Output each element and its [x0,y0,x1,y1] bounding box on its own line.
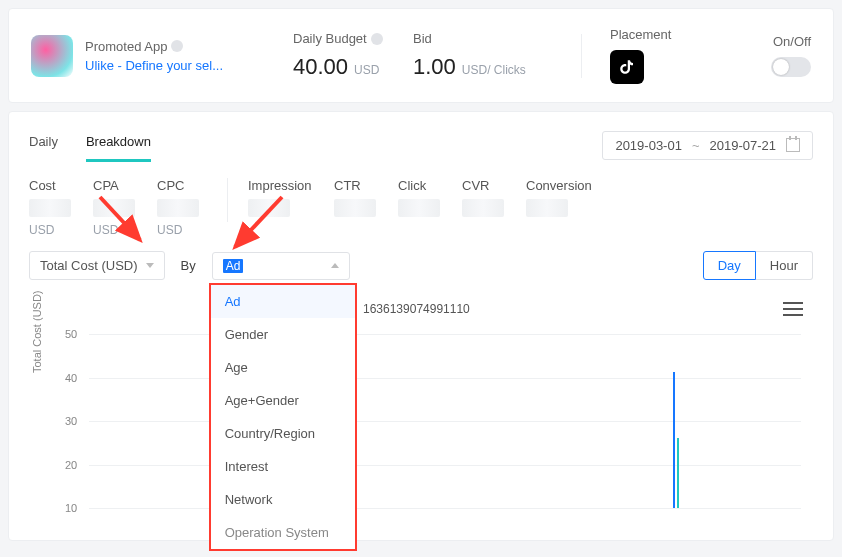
metric-conversion[interactable]: Conversion [526,178,598,217]
breakdown-option-network[interactable]: Network [211,483,355,516]
metric-select[interactable]: Total Cost (USD) [29,251,165,280]
chevron-up-icon [331,263,339,268]
breakdown-option-os[interactable]: Operation System [211,516,355,549]
bid-unit: USD/ Clicks [462,63,526,77]
date-to: 2019-07-21 [710,138,777,153]
granularity-day[interactable]: Day [703,251,756,280]
legend-series-label: 1636139074991110 [363,302,470,316]
placement-label: Placement [610,27,700,42]
tab-daily[interactable]: Daily [29,128,58,162]
placement-block: Placement [610,27,700,84]
date-from: 2019-03-01 [615,138,682,153]
chart-menu-icon[interactable] [779,298,807,320]
onoff-block: On/Off [771,34,811,77]
breakdown-selected: Ad [223,259,244,273]
breakdown-option-country[interactable]: Country/Region [211,417,355,450]
onoff-label: On/Off [773,34,811,49]
summary-card: Promoted App Ulike - Define your sel... … [8,8,834,103]
granularity-toggle: Day Hour [703,251,813,280]
daily-budget-unit: USD [354,63,379,77]
info-icon [371,33,383,45]
app-icon [31,35,73,77]
metric-click[interactable]: Click [398,178,448,217]
metric-ctr[interactable]: CTR [334,178,384,217]
by-label: By [181,258,196,273]
date-sep: ~ [692,138,700,153]
breakdown-option-age[interactable]: Age [211,351,355,384]
breakdown-option-ad[interactable]: Ad [211,285,355,318]
chart: 1636139074991110 Total Cost (USD) 50 40 … [29,298,813,508]
bid-value: 1.00 [413,54,456,80]
chart-ylabel: Total Cost (USD) [31,290,43,373]
metric-cost[interactable]: CostUSD [29,178,79,237]
daily-budget-value: 40.00 [293,54,348,80]
bid-block: Bid 1.00 USD/ Clicks [413,31,553,80]
granularity-hour[interactable]: Hour [756,251,813,280]
tab-breakdown[interactable]: Breakdown [86,128,151,162]
tiktok-icon [610,50,644,84]
metrics-row: CostUSD CPAUSD CPCUSD Impression CTR Cli… [29,178,813,237]
promoted-app-label: Promoted App [85,39,265,54]
info-icon [171,40,183,52]
calendar-icon [786,138,800,152]
metric-impression[interactable]: Impression [248,178,320,217]
breakdown-select[interactable]: Ad Ad Gender Age Age+Gender Country/Regi… [212,252,350,280]
breakdown-option-age-gender[interactable]: Age+Gender [211,384,355,417]
date-range-picker[interactable]: 2019-03-01 ~ 2019-07-21 [602,131,813,160]
metric-cpa[interactable]: CPAUSD [93,178,143,237]
divider [581,34,582,78]
chart-spike [673,372,675,508]
promoted-app-block: Promoted App Ulike - Define your sel... [85,39,265,73]
bid-label: Bid [413,31,553,46]
breakdown-option-gender[interactable]: Gender [211,318,355,351]
breakdown-card: Daily Breakdown 2019-03-01 ~ 2019-07-21 … [8,111,834,541]
daily-budget-label: Daily Budget [293,31,413,46]
daily-budget-block: Daily Budget 40.00 USD [293,31,413,80]
chart-legend: 1636139074991110 [349,302,470,316]
chart-plot-area: 50 40 30 20 10 [89,334,801,508]
view-tabs: Daily Breakdown [29,128,151,162]
breakdown-option-interest[interactable]: Interest [211,450,355,483]
chart-spike [677,438,679,508]
promoted-app-link[interactable]: Ulike - Define your sel... [85,58,265,73]
breakdown-dropdown-panel: Ad Gender Age Age+Gender Country/Region … [209,283,357,551]
metric-cpc[interactable]: CPCUSD [157,178,207,237]
onoff-toggle[interactable] [771,57,811,77]
metric-cvr[interactable]: CVR [462,178,512,217]
